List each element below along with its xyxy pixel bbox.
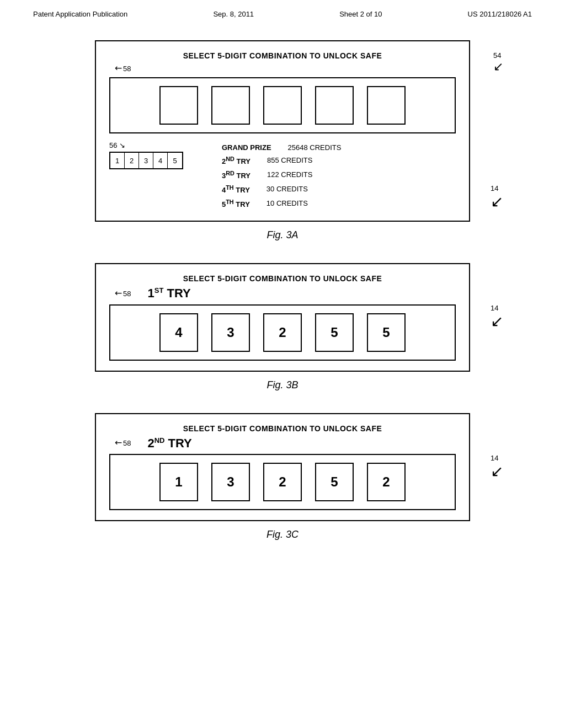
label-58-row-3a: ↗ 58 [115, 63, 456, 74]
header-left: Patent Application Publication [33, 10, 127, 18]
digit-cell-4-3c: 5 [315, 463, 354, 501]
fig-3b-caption: Fig. 3B [266, 379, 298, 391]
ref-14-3a: 14 ↙ [491, 184, 503, 211]
prize-table-3a: GRAND PRIZE 25648 CREDITS 2ND TRY 855 CR… [222, 141, 341, 211]
digit-cell-5-3c: 2 [367, 463, 406, 501]
num-3[interactable]: 3 [139, 153, 153, 168]
prize-name-1: GRAND PRIZE [222, 141, 271, 154]
main-content: 54 ↙ SELECT 5-DIGIT COMBINATION TO UNLOC… [0, 24, 565, 557]
prize-row-4: 4TH TRY 30 CREDITS [222, 183, 341, 197]
figure-3c-block: SELECT 5-DIGIT COMBINATION TO UNLOCK SAF… [44, 413, 521, 540]
prize-value-1: 25648 CREDITS [288, 141, 342, 154]
arrow-14-3a-icon: ↙ [491, 192, 503, 211]
figure-3c-row: SELECT 5-DIGIT COMBINATION TO UNLOCK SAF… [56, 413, 509, 521]
prize-name-5: 5TH TRY [222, 197, 250, 211]
digit-cell-3-3a [263, 86, 302, 125]
prize-row-2: 2ND TRY 855 CREDITS [222, 154, 341, 168]
digit-cell-1-3c: 1 [159, 463, 198, 501]
digit-cell-1-3a [159, 86, 198, 125]
bottom-section-3a: 56 ↘ 1 2 3 4 5 [109, 141, 456, 211]
try-label-3b: 1ST TRY [147, 286, 190, 301]
label-58-3a: 58 [123, 65, 131, 73]
figure-3b-row: SELECT 5-DIGIT COMBINATION TO UNLOCK SAF… [56, 263, 509, 371]
digit-box-3a [109, 77, 456, 133]
prize-row-1: GRAND PRIZE 25648 CREDITS [222, 141, 341, 154]
box-title-3a: SELECT 5-DIGIT COMBINATION TO UNLOCK SAF… [109, 51, 456, 60]
digit-cell-3-3c: 2 [263, 463, 302, 501]
label-58-row-3b: ↗ 58 1ST TRY [115, 286, 456, 301]
figures-area: 54 ↙ SELECT 5-DIGIT COMBINATION TO UNLOC… [44, 40, 521, 540]
prize-name-4: 4TH TRY [222, 183, 250, 197]
arrow-54-icon: ↙ [493, 60, 503, 74]
fig-3a-caption: Fig. 3A [266, 229, 298, 241]
num-4[interactable]: 4 [153, 153, 168, 168]
prize-value-4: 30 CREDITS [266, 183, 308, 197]
box-title-3b: SELECT 5-DIGIT COMBINATION TO UNLOCK SAF… [109, 274, 456, 283]
arrow-14-3b-icon: ↙ [491, 312, 503, 330]
figure-3a-block: 54 ↙ SELECT 5-DIGIT COMBINATION TO UNLOC… [44, 40, 521, 241]
arrow-56-icon: ↘ [119, 141, 125, 149]
number-selector-area: 56 ↘ 1 2 3 4 5 [109, 141, 183, 169]
num-5[interactable]: 5 [168, 153, 182, 168]
prize-row-5: 5TH TRY 10 CREDITS [222, 197, 341, 211]
game-box-3b: SELECT 5-DIGIT COMBINATION TO UNLOCK SAF… [95, 263, 470, 371]
digit-cell-2-3b: 3 [211, 313, 250, 352]
number-selector: 1 2 3 4 5 [109, 152, 183, 169]
digit-cell-3-3b: 2 [263, 313, 302, 352]
num-1[interactable]: 1 [110, 153, 125, 168]
fig-3c-caption: Fig. 3C [266, 529, 299, 540]
prize-name-2: 2ND TRY [222, 154, 250, 168]
ref-14-3c: 14 ↙ [491, 454, 503, 480]
digit-cell-1-3b: 4 [159, 313, 198, 352]
label-56: 56 [109, 141, 117, 149]
header-center: Sep. 8, 2011 [213, 10, 254, 18]
ref-54: 54 ↙ [493, 51, 503, 74]
page-header: Patent Application Publication Sep. 8, 2… [0, 0, 565, 24]
prize-row-3: 3RD TRY 122 CREDITS [222, 168, 341, 183]
digit-cell-2-3a [211, 86, 250, 125]
arrow-14-3c-icon: ↙ [491, 462, 503, 480]
prize-name-3: 3RD TRY [222, 168, 250, 183]
label-58-3b: 58 [123, 290, 131, 298]
label-58-row-3c: ↗ 58 2ND TRY [115, 436, 456, 451]
game-box-3a: SELECT 5-DIGIT COMBINATION TO UNLOCK SAF… [95, 40, 470, 222]
box-title-3c: SELECT 5-DIGIT COMBINATION TO UNLOCK SAF… [109, 424, 456, 433]
header-right: US 2011/218026 A1 [468, 10, 532, 18]
header-sheet: Sheet 2 of 10 [339, 10, 382, 18]
digit-cell-2-3c: 3 [211, 463, 250, 501]
num-2[interactable]: 2 [125, 153, 139, 168]
prize-value-5: 10 CREDITS [266, 197, 308, 211]
ref-14-3b: 14 ↙ [491, 304, 503, 330]
figure-3a-row: 54 ↙ SELECT 5-DIGIT COMBINATION TO UNLOC… [56, 40, 509, 222]
game-box-3c: SELECT 5-DIGIT COMBINATION TO UNLOCK SAF… [95, 413, 470, 521]
label-58-3c: 58 [123, 439, 131, 447]
digit-box-3c: 1 3 2 5 2 [109, 454, 456, 510]
digit-cell-5-3a [367, 86, 406, 125]
try-label-3c: 2ND TRY [147, 436, 191, 451]
prize-value-3: 122 CREDITS [267, 168, 312, 183]
digit-box-3b: 4 3 2 5 5 [109, 304, 456, 361]
digit-cell-4-3b: 5 [315, 313, 354, 352]
digit-cell-5-3b: 5 [367, 313, 406, 352]
digit-cell-4-3a [315, 86, 354, 125]
prize-value-2: 855 CREDITS [267, 154, 312, 168]
figure-3b-block: SELECT 5-DIGIT COMBINATION TO UNLOCK SAF… [44, 263, 521, 390]
